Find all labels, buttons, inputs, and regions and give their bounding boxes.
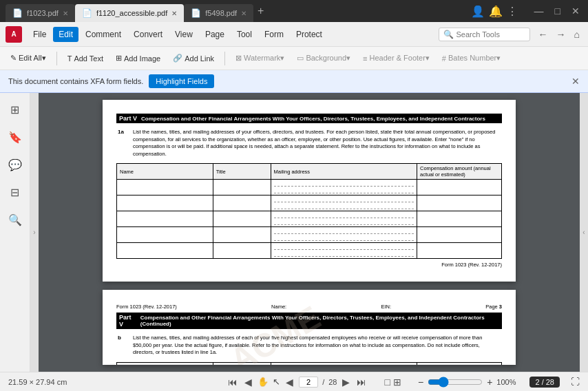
menu-file[interactable]: File (28, 27, 52, 42)
tab-f1023-close[interactable]: ✕ (63, 10, 68, 17)
watermark-button[interactable]: ⊠ Watermark▾ (231, 51, 289, 65)
panel-bookmarks-icon[interactable]: 🔖 (4, 126, 26, 148)
background-button[interactable]: ▭ Background▾ (292, 51, 355, 65)
pdf-viewer[interactable]: Part V Compensation and Other Financial … (39, 93, 580, 372)
window-controls: — □ ✕ (532, 4, 582, 18)
cell-name-4 (117, 227, 213, 243)
add-text-button[interactable]: T Add Text (63, 52, 108, 65)
cell-comp-5 (417, 243, 502, 259)
tab-f1120-close[interactable]: ✕ (171, 10, 177, 17)
tab-f5498[interactable]: 📄 f5498.pdf ✕ (184, 4, 253, 22)
tab-f5498-label: f5498.pdf (205, 9, 237, 17)
search-tools[interactable]: 🔍 (439, 28, 530, 41)
menu-convert[interactable]: Convert (128, 27, 168, 42)
bates-number-button[interactable]: # Bates Number▾ (437, 51, 505, 65)
menu-form[interactable]: Form (259, 27, 289, 42)
edit-all-button[interactable]: ✎ Edit All▾ (6, 51, 51, 65)
th-name-p3: Name (117, 362, 213, 365)
th-title-p2: Title (213, 164, 271, 180)
watermark-label: Watermark▾ (244, 54, 284, 63)
notification-close[interactable]: ✕ (571, 76, 580, 87)
menu-protect[interactable]: Protect (291, 27, 328, 42)
zoom-controls: − + 100% (418, 377, 516, 388)
nav-first-button[interactable]: ⏮ (227, 375, 239, 389)
zoom-in-button[interactable]: + (487, 377, 492, 388)
cell-address-4 (271, 227, 417, 243)
toolbar-separator-1 (56, 52, 57, 65)
page3-header-name: Name: (271, 304, 286, 310)
th-title-p3: Title (213, 362, 271, 365)
table-row (117, 196, 502, 211)
panel-layers-icon[interactable]: ⊟ (4, 181, 26, 203)
page-separator: / (322, 378, 324, 386)
nav-forward-button[interactable]: → (554, 28, 569, 41)
menu-comment[interactable]: Comment (80, 27, 127, 42)
tab-bar: 📄 f1023.pdf ✕ 📄 f1120_accessible.pdf ✕ 📄… (6, 0, 468, 22)
part-v-label-p2: Part V (119, 115, 137, 122)
left-expand-handle[interactable]: › (30, 93, 39, 372)
cell-comp-3 (417, 211, 502, 227)
titlebar: 📄 f1023.pdf ✕ 📄 f1120_accessible.pdf ✕ 📄… (0, 0, 588, 22)
hand-tool-icon[interactable]: ✋ (258, 377, 269, 387)
titlebar-icons: 👤 🔔 ⋮ (471, 5, 518, 18)
page-nav: ⏮ ◀ ✋ ↖ ◀ / 28 ▶ ⏭ (227, 375, 368, 389)
header-footer-button[interactable]: ≡ Header & Footer▾ (358, 51, 434, 65)
add-link-button[interactable]: 🔗 Add Link (168, 51, 219, 65)
part-v-header-p2: Part V Compensation and Other Financial … (116, 114, 502, 123)
minimize-button[interactable]: — (532, 4, 547, 18)
app-logo: A (6, 26, 22, 43)
document-dimensions: 21.59 × 27.94 cm (8, 378, 67, 386)
part-v-label-p3: Part V (119, 314, 136, 328)
select-tool-icon[interactable]: ↖ (273, 377, 280, 387)
edit-toolbar: ✎ Edit All▾ T Add Text ⊞ Add Image 🔗 Add… (0, 47, 588, 70)
background-label: Background▾ (306, 54, 350, 63)
page3-header-left: Form 1023 (Rev. 12-2017) (116, 304, 177, 310)
panel-comments-icon[interactable]: 💬 (4, 154, 26, 176)
cell-address-1 (271, 180, 417, 196)
tab-f5498-close[interactable]: ✕ (241, 10, 246, 17)
add-image-label: Add Image (124, 54, 160, 63)
add-image-button[interactable]: ⊞ Add Image (111, 51, 165, 65)
menu-page[interactable]: Page (200, 27, 230, 42)
table-row (117, 243, 502, 259)
th-compensation-p2: Compensation amount (annual actual or es… (417, 164, 502, 180)
edit-all-label: Edit All▾ (19, 54, 46, 63)
panel-pages-icon[interactable]: ⊞ (4, 98, 26, 120)
double-page-view-icon[interactable]: ⊞ (393, 377, 401, 388)
nav-prev-button[interactable]: ◀ (243, 375, 253, 389)
cell-title-1 (213, 180, 271, 196)
close-button[interactable]: ✕ (569, 4, 582, 18)
zoom-slider[interactable] (428, 377, 483, 388)
toolbar-separator-2 (224, 52, 225, 65)
tab-f1023[interactable]: 📄 f1023.pdf ✕ (6, 4, 75, 22)
total-pages: 28 (328, 378, 337, 386)
pdf-page-3: Form 1023 (Rev. 12-2017) Name: EIN: Page… (103, 290, 516, 365)
th-address-p3: Mailing address (271, 362, 417, 365)
nav-prev2-button[interactable]: ◀ (284, 375, 295, 389)
maximize-button[interactable]: □ (552, 4, 563, 18)
cell-title-4 (213, 227, 271, 243)
new-tab-button[interactable]: + (253, 5, 268, 17)
nav-home-button[interactable]: ⌂ (571, 28, 582, 41)
nav-back-button[interactable]: ← (536, 28, 551, 41)
menu-tool[interactable]: Tool (231, 27, 258, 42)
single-page-view-icon[interactable]: □ (384, 377, 390, 388)
right-expand-handle[interactable]: ‹ (580, 93, 588, 372)
fullscreen-icon[interactable]: ⛶ (571, 377, 580, 387)
menu-edit[interactable]: Edit (53, 27, 78, 42)
search-input[interactable] (456, 30, 525, 39)
nav-next-button[interactable]: ▶ (341, 375, 351, 389)
add-link-icon: 🔗 (173, 54, 182, 63)
zoom-out-button[interactable]: − (418, 377, 423, 388)
page-indicator-badge: 2 / 28 (529, 377, 560, 388)
highlight-fields-button[interactable]: Highlight Fields (149, 74, 214, 88)
page-number-input[interactable] (299, 377, 318, 388)
nav-last-button[interactable]: ⏭ (355, 375, 368, 389)
panel-search-icon[interactable]: 🔍 (4, 209, 26, 231)
header-footer-icon: ≡ (363, 54, 367, 63)
page3-header-ein: EIN: (381, 304, 391, 310)
menu-view[interactable]: View (169, 27, 198, 42)
header-footer-label: Header & Footer▾ (370, 54, 430, 63)
tab-f1120[interactable]: 📄 f1120_accessible.pdf ✕ (75, 4, 184, 22)
notification-bar: This document contains XFA form fields. … (0, 70, 588, 93)
